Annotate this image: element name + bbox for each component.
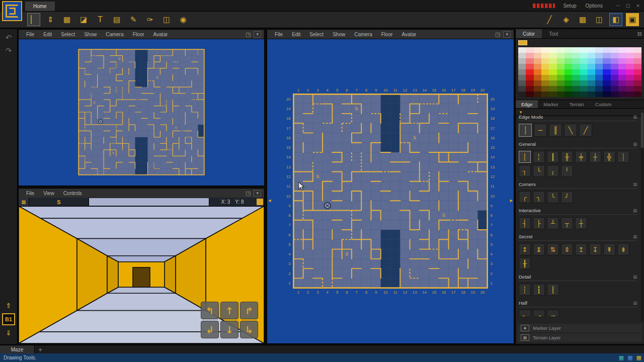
palette-swatch[interactable] — [611, 92, 618, 97]
palette-swatch[interactable] — [588, 58, 595, 64]
palette-swatch[interactable] — [541, 58, 549, 64]
palette-swatch[interactable] — [603, 64, 610, 69]
palette-swatch[interactable] — [634, 86, 641, 92]
door-left[interactable]: ┤ — [519, 217, 531, 229]
palette-swatch[interactable] — [588, 92, 595, 97]
palette-swatch[interactable] — [518, 92, 526, 97]
palette-swatch[interactable] — [588, 86, 595, 92]
palette-swatch[interactable] — [611, 64, 618, 69]
palette-swatch[interactable] — [611, 53, 618, 58]
palette-swatch[interactable] — [626, 92, 633, 97]
fill-height-tool[interactable]: ⇕ — [44, 13, 57, 26]
palette-swatch[interactable] — [518, 64, 526, 69]
collapse-icon[interactable]: ⊟ — [633, 142, 637, 147]
palette-swatch[interactable] — [634, 53, 641, 58]
palette-swatch[interactable] — [549, 69, 556, 75]
tab-home[interactable]: Home — [25, 2, 55, 11]
palette-swatch[interactable] — [626, 47, 633, 53]
corner-round-tr[interactable]: ╮ — [533, 191, 545, 203]
palette-swatch[interactable] — [603, 53, 610, 58]
palette-swatch[interactable] — [526, 75, 533, 80]
palette-swatch[interactable] — [626, 86, 633, 92]
palette-swatch[interactable] — [580, 92, 588, 97]
turn-right-button[interactable]: ↱ — [240, 302, 258, 319]
secret-passage-2[interactable]: ↨ — [533, 243, 545, 255]
corner-round-bl[interactable]: ╰ — [547, 191, 559, 203]
door-up[interactable]: ┴ — [547, 217, 559, 229]
palette-swatch[interactable] — [534, 75, 541, 80]
collapse-icon[interactable]: ⊟ — [633, 275, 637, 280]
scrollbar[interactable] — [641, 112, 643, 322]
palette-swatch[interactable] — [626, 69, 633, 75]
secret-passage-5[interactable]: ↥ — [575, 243, 587, 255]
palette-swatch[interactable] — [549, 80, 556, 86]
palette-swatch[interactable] — [557, 64, 565, 69]
menu-item-select[interactable]: Select — [56, 32, 79, 37]
palette-swatch[interactable] — [588, 80, 595, 86]
palette-swatch[interactable] — [580, 53, 588, 58]
palette-swatch[interactable] — [618, 92, 626, 97]
palette-swatch[interactable] — [534, 80, 541, 86]
palette-swatch[interactable] — [603, 75, 610, 80]
palette-swatch[interactable] — [534, 86, 541, 92]
palette-swatch[interactable] — [534, 64, 541, 69]
terrain-layer-row[interactable]: ▦Terrain Layer — [518, 333, 642, 342]
secret-passage-3[interactable]: ⇅ — [547, 243, 559, 255]
mode-tab-terrain[interactable]: Terrain — [564, 100, 590, 108]
palette-swatch[interactable] — [580, 80, 588, 86]
wall-diagonal-back[interactable]: ╲ — [564, 124, 577, 137]
door-both[interactable]: ┼ — [575, 217, 587, 229]
tab-color[interactable]: Color — [516, 29, 542, 38]
menu-item-camera[interactable]: Camera — [350, 32, 377, 37]
palette-swatch[interactable] — [611, 58, 618, 64]
panel-maximize-icon[interactable]: ◳ — [244, 31, 253, 38]
palette-swatch[interactable] — [572, 80, 580, 86]
palette-swatch[interactable] — [534, 58, 541, 64]
palette-swatch[interactable] — [541, 53, 549, 58]
palette-swatch[interactable] — [580, 47, 588, 53]
turn-left-button[interactable]: ↰ — [201, 302, 219, 319]
menu-item-controls[interactable]: Controls — [59, 191, 87, 196]
palette-swatch[interactable] — [626, 64, 633, 69]
panel-maximize-icon[interactable]: ◳ — [244, 190, 253, 197]
palette-swatch[interactable] — [526, 53, 533, 58]
palette-swatch[interactable] — [626, 58, 633, 64]
palette-swatch[interactable] — [634, 58, 641, 64]
detail-2[interactable]: ┇ — [533, 284, 545, 296]
palette-swatch[interactable] — [580, 69, 588, 75]
palette-swatch[interactable] — [634, 75, 641, 80]
palette-swatch[interactable] — [626, 75, 633, 80]
app-logo[interactable] — [2, 1, 22, 21]
secret-passage-6[interactable]: ↧ — [589, 243, 601, 255]
palette-swatch[interactable] — [618, 75, 626, 80]
edge-stub-up[interactable]: ╵ — [561, 165, 573, 177]
mode-tab-custom[interactable]: Custom — [590, 100, 617, 108]
palette-swatch[interactable] — [572, 75, 580, 80]
edge-corner-ne[interactable]: ┐ — [519, 165, 531, 177]
palette-swatch[interactable] — [611, 80, 618, 86]
palette-swatch[interactable] — [534, 92, 541, 97]
pen-tool[interactable]: ✎ — [127, 13, 140, 26]
palette-swatch[interactable] — [618, 80, 626, 86]
detail-1[interactable]: ┆ — [519, 284, 531, 296]
palette-swatch[interactable] — [534, 69, 541, 75]
palette-swatch[interactable] — [565, 80, 572, 86]
palette-swatch[interactable] — [565, 64, 572, 69]
menu-item-select[interactable]: Select — [305, 32, 328, 37]
palette-swatch[interactable] — [526, 58, 533, 64]
tab-tool[interactable]: Tool — [542, 29, 565, 38]
menu-item-view[interactable]: View — [39, 191, 59, 196]
avatar-pair-tool[interactable]: ◈ — [559, 13, 573, 26]
menu-item-file[interactable]: File — [270, 32, 287, 37]
palette-swatch[interactable] — [526, 64, 533, 69]
palette-swatch[interactable] — [603, 80, 610, 86]
palette-swatch[interactable] — [534, 53, 541, 58]
palette-swatch[interactable] — [572, 86, 580, 92]
palette-swatch[interactable] — [595, 75, 603, 80]
menu-item-edit[interactable]: Edit — [39, 32, 56, 37]
palette-swatch[interactable] — [565, 86, 572, 92]
wall-horizontal[interactable]: ─ — [534, 124, 547, 137]
palette-swatch[interactable] — [595, 58, 603, 64]
palette-swatch[interactable] — [541, 75, 549, 80]
maximize-button[interactable]: □ — [625, 3, 631, 8]
